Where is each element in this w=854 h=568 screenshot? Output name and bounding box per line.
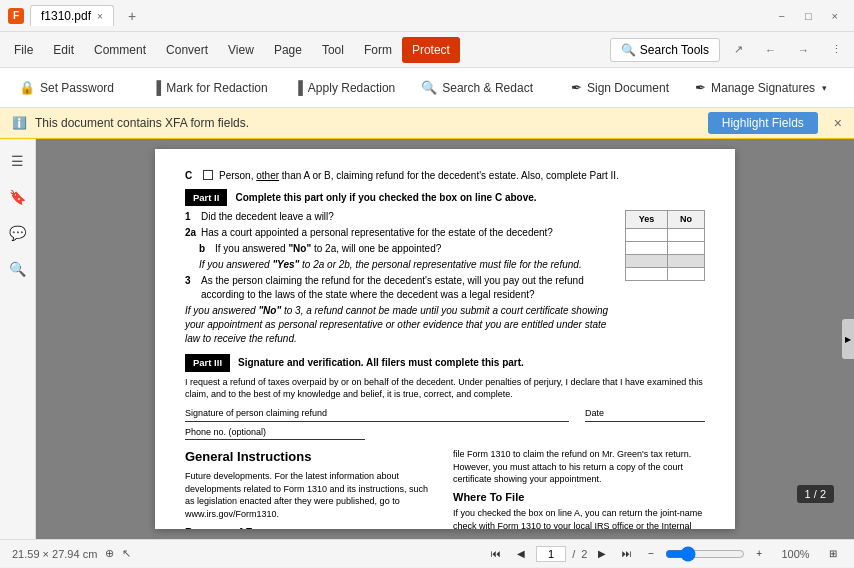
where-heading: Where To File xyxy=(453,490,705,505)
zoom-level: 100% xyxy=(773,548,818,560)
question-1-content: 1 Did the decedent leave a will? 2a Has … xyxy=(185,210,621,348)
menu-convert[interactable]: Convert xyxy=(156,37,218,63)
sidebar-bookmarks-icon[interactable]: 🔖 xyxy=(4,183,32,211)
fit-page-button[interactable]: ⊞ xyxy=(824,546,842,561)
search-redact-button[interactable]: 🔍 Search & Redact xyxy=(410,74,544,101)
apply-redaction-button[interactable]: ▐ Apply Redaction xyxy=(283,74,407,101)
mark-redaction-button[interactable]: ▐ Mark for Redaction xyxy=(141,74,279,101)
main-area: ☰ 🔖 💬 🔍 ▶ C Person, other than A or B, c… xyxy=(0,139,854,539)
tab-filename: f1310.pdf xyxy=(41,9,91,23)
right-col: file Form 1310 to claim the refund on Mr… xyxy=(453,448,705,529)
menu-edit[interactable]: Edit xyxy=(43,37,84,63)
q3-text: As the person claiming the refund for th… xyxy=(201,274,621,302)
sidebar-left: ☰ 🔖 💬 🔍 xyxy=(0,139,36,539)
nav-last-button[interactable]: ⏭ xyxy=(617,546,637,561)
set-password-button[interactable]: 🔒 Set Password xyxy=(8,74,125,101)
future-dev-text: Future developments. For the latest info… xyxy=(185,470,437,520)
menu-bar-right: 🔍 Search Tools ↗ ← → ⋮ xyxy=(610,38,850,62)
page-number-input[interactable] xyxy=(536,546,566,562)
menu-page[interactable]: Page xyxy=(264,37,312,63)
part-iii-badge: Part III xyxy=(185,354,230,371)
nav-next-button[interactable]: ▶ xyxy=(593,546,611,561)
menu-file[interactable]: File xyxy=(4,37,43,63)
q2a-text: Has a court appointed a personal represe… xyxy=(201,226,553,240)
page-separator: / xyxy=(572,548,575,560)
document-area[interactable]: C Person, other than A or B, claiming re… xyxy=(36,139,854,539)
yes-no-table: Yes No xyxy=(625,210,705,281)
status-bar: 21.59 × 27.94 cm ⊕ ↖ ⏮ ◀ / 2 ▶ ⏭ − + 100… xyxy=(0,539,854,567)
title-bar-left: F f1310.pdf × + xyxy=(8,5,770,27)
left-col: General Instructions Future developments… xyxy=(185,448,437,529)
sidebar-comments-icon[interactable]: 💬 xyxy=(4,219,32,247)
pdf-page: C Person, other than A or B, claiming re… xyxy=(155,149,735,529)
row-c: C Person, other than A or B, claiming re… xyxy=(185,169,705,183)
zoom-in-button[interactable]: + xyxy=(751,546,767,561)
q2b-note: If you answered "Yes" to 2a or 2b, the p… xyxy=(185,258,621,272)
q1-text: Did the decedent leave a will? xyxy=(201,210,334,224)
title-tab[interactable]: f1310.pdf × xyxy=(30,5,114,26)
mark-redaction-label: Mark for Redaction xyxy=(166,81,267,95)
instructions-section: General Instructions Future developments… xyxy=(185,448,705,529)
search-redact-icon: 🔍 xyxy=(421,80,437,95)
part-ii-header-row: Part II Complete this part only if you c… xyxy=(185,189,705,206)
sign-document-label: Sign Document xyxy=(587,81,669,95)
signature-field: Signature of person claiming refund xyxy=(185,407,569,423)
document-dimensions: 21.59 × 27.94 cm xyxy=(12,548,97,560)
title-bar: F f1310.pdf × + − □ × xyxy=(0,0,854,32)
close-window-button[interactable]: × xyxy=(824,8,846,24)
minimize-button[interactable]: − xyxy=(770,8,792,24)
electro-button[interactable]: ⚡ Electro... xyxy=(842,74,854,101)
search-tools-button[interactable]: 🔍 Search Tools xyxy=(610,38,720,62)
q3: 3 As the person claiming the refund for … xyxy=(185,274,621,302)
apply-redaction-label: Apply Redaction xyxy=(308,81,395,95)
sidebar-search-icon[interactable]: 🔍 xyxy=(4,255,32,283)
protect-toolbar: 🔒 Set Password ▐ Mark for Redaction ▐ Ap… xyxy=(0,68,854,108)
nav-forward-button[interactable]: → xyxy=(790,42,817,58)
mark-redaction-icon: ▐ xyxy=(152,80,161,95)
sign-icon: ✒ xyxy=(571,80,582,95)
notification-close-button[interactable]: × xyxy=(834,115,842,131)
menu-protect[interactable]: Protect xyxy=(402,37,460,63)
restore-button[interactable]: □ xyxy=(797,8,820,24)
notification-bar: ℹ️ This document contains XFA form field… xyxy=(0,108,854,139)
where-text: If you checked the box on line A, you ca… xyxy=(453,507,705,529)
q3-note: If you answered "No" to 3, a refund cann… xyxy=(185,304,621,346)
q2a: 2a Has a court appointed a personal repr… xyxy=(185,226,621,240)
share-button[interactable]: ↗ xyxy=(726,41,751,58)
zoom-slider[interactable] xyxy=(665,546,745,562)
highlight-fields-button[interactable]: Highlight Fields xyxy=(708,112,818,134)
apply-redaction-icon: ▐ xyxy=(294,80,303,95)
question-1-row: 1 Did the decedent leave a will? 2a Has … xyxy=(185,210,705,348)
right-panel-toggle[interactable]: ▶ xyxy=(842,319,854,359)
row-c-label: C xyxy=(185,169,197,183)
part-iii-text: I request a refund of taxes overpaid by … xyxy=(185,376,705,401)
date-field: Date xyxy=(585,407,705,423)
menu-form[interactable]: Form xyxy=(354,37,402,63)
no-col-header: No xyxy=(668,211,705,229)
select-icon: ↖ xyxy=(122,547,131,560)
checkbox-c[interactable] xyxy=(203,170,213,180)
manage-signatures-button[interactable]: ✒ Manage Signatures xyxy=(684,74,838,101)
sidebar-pages-icon[interactable]: ☰ xyxy=(4,147,32,175)
add-tab-button[interactable]: + xyxy=(120,5,144,27)
zoom-out-button[interactable]: − xyxy=(643,546,659,561)
nav-back-button[interactable]: ← xyxy=(757,42,784,58)
purpose-heading: Purpose of Form xyxy=(185,525,437,529)
row-c-text: Person, other than A or B, claiming refu… xyxy=(219,169,619,183)
status-bar-right: ⏮ ◀ / 2 ▶ ⏭ − + 100% ⊞ xyxy=(486,546,842,562)
general-instructions-heading: General Instructions xyxy=(185,448,437,466)
menu-comment[interactable]: Comment xyxy=(84,37,156,63)
table-row-3 xyxy=(626,254,705,267)
title-bar-controls: − □ × xyxy=(770,8,846,24)
part-iii-header-text: Signature and verification. All filers m… xyxy=(238,356,524,370)
close-tab-button[interactable]: × xyxy=(97,11,103,22)
set-password-label: Set Password xyxy=(40,81,114,95)
sign-document-button[interactable]: ✒ Sign Document xyxy=(560,74,680,101)
nav-first-button[interactable]: ⏮ xyxy=(486,546,506,561)
menu-view[interactable]: View xyxy=(218,37,264,63)
more-options-button[interactable]: ⋮ xyxy=(823,41,850,58)
page-badge: 1 / 2 xyxy=(797,485,834,503)
menu-tool[interactable]: Tool xyxy=(312,37,354,63)
nav-prev-button[interactable]: ◀ xyxy=(512,546,530,561)
yes-col-header: Yes xyxy=(626,211,668,229)
